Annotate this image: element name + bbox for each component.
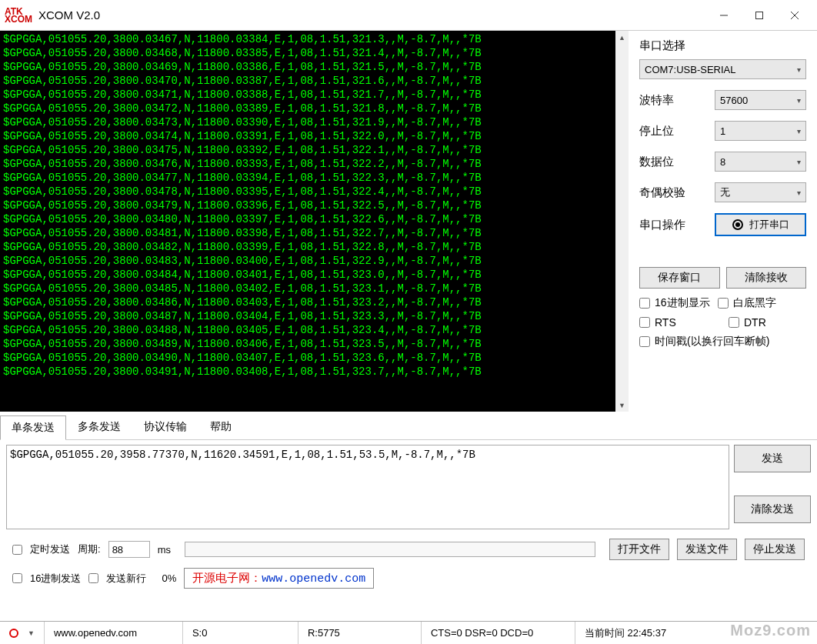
svg-rect-1 [756, 12, 763, 18]
record-icon [9, 629, 18, 638]
port-select-label: 串口选择 [639, 38, 806, 53]
titlebar: ATKXCOM XCOM V2.0 [0, 0, 817, 31]
send-newline-checkbox[interactable] [88, 573, 98, 583]
open-file-button[interactable]: 打开文件 [609, 539, 669, 560]
stopbits-select[interactable]: 1▾ [715, 121, 806, 141]
window-title: XCOM V2.0 [38, 8, 706, 22]
send-newline-label: 发送新行 [106, 572, 146, 586]
dtr-checkbox[interactable] [729, 317, 739, 328]
website-link[interactable]: 开源电子网：www.openedv.com [184, 568, 374, 589]
close-button[interactable] [777, 4, 812, 27]
statusbar: ▼ www.openedv.com S:0 R:5775 CTS=0 DSR=0… [0, 621, 817, 644]
chevron-down-icon: ▾ [797, 96, 801, 105]
status-record[interactable]: ▼ [0, 622, 45, 644]
baud-select[interactable]: 57600▾ [715, 90, 806, 110]
record-icon [732, 219, 743, 230]
chevron-down-icon: ▾ [797, 158, 801, 166]
clear-send-button[interactable]: 清除发送 [734, 496, 811, 523]
stop-send-button[interactable]: 停止发送 [745, 539, 805, 560]
port-select[interactable]: COM7:USB-SERIAL▾ [639, 59, 806, 79]
file-path-field[interactable] [185, 542, 595, 557]
tab-help[interactable]: 帮助 [198, 415, 243, 439]
app-logo: ATKXCOM [5, 8, 32, 23]
scroll-down-icon[interactable]: ▼ [615, 399, 629, 412]
send-tabs: 单条发送 多条发送 协议传输 帮助 [0, 412, 817, 440]
progress-percent: 0% [162, 572, 176, 584]
terminal-scrollbar[interactable]: ▲ ▼ [615, 31, 629, 412]
tab-single-send[interactable]: 单条发送 [0, 415, 66, 440]
open-port-button[interactable]: 打开串口 [715, 213, 806, 236]
port-operation-label: 串口操作 [639, 218, 709, 232]
parity-select[interactable]: 无▾ [715, 182, 806, 202]
parity-label: 奇偶校验 [639, 185, 709, 200]
tab-protocol[interactable]: 协议传输 [132, 415, 198, 439]
maximize-button[interactable] [742, 4, 777, 27]
status-sent: S:0 [183, 622, 298, 644]
chevron-down-icon: ▾ [797, 127, 801, 135]
chevron-down-icon: ▾ [797, 65, 801, 74]
period-input[interactable] [108, 541, 150, 558]
databits-label: 数据位 [639, 155, 709, 169]
timed-send-label: 定时发送 [30, 542, 70, 556]
hex-send-checkbox[interactable] [12, 573, 22, 583]
minimize-button[interactable] [706, 4, 742, 27]
status-signals: CTS=0 DSR=0 DCD=0 [422, 622, 575, 644]
dropdown-icon: ▼ [28, 629, 35, 637]
send-file-button[interactable]: 发送文件 [677, 539, 737, 560]
period-unit: ms [158, 544, 171, 556]
baud-label: 波特率 [639, 93, 709, 108]
white-bg-checkbox[interactable] [718, 298, 729, 309]
timed-send-checkbox[interactable] [12, 545, 22, 555]
rts-checkbox[interactable] [639, 317, 650, 328]
send-textarea[interactable] [6, 445, 729, 529]
hex-display-checkbox[interactable] [639, 298, 650, 309]
watermark: Moz9.com [730, 622, 811, 639]
stopbits-label: 停止位 [639, 124, 709, 138]
timestamp-checkbox[interactable] [639, 336, 650, 347]
save-window-button[interactable]: 保存窗口 [639, 267, 720, 289]
tab-multi-send[interactable]: 多条发送 [66, 415, 132, 439]
chevron-down-icon: ▾ [797, 189, 801, 197]
status-received: R:5775 [298, 622, 422, 644]
databits-select[interactable]: 8▾ [715, 152, 806, 172]
send-button[interactable]: 发送 [734, 445, 811, 472]
scroll-up-icon[interactable]: ▲ [615, 31, 629, 44]
status-url[interactable]: www.openedv.com [45, 622, 183, 644]
period-label: 周期: [78, 542, 101, 556]
settings-sidebar: 串口选择 COM7:USB-SERIAL▾ 波特率 57600▾ 停止位 1▾ … [629, 31, 817, 412]
clear-receive-button[interactable]: 清除接收 [726, 267, 807, 289]
hex-send-label: 16进制发送 [30, 572, 81, 586]
receive-terminal[interactable]: $GPGGA,051055.20,3800.03467,N,11800.0338… [0, 31, 615, 412]
